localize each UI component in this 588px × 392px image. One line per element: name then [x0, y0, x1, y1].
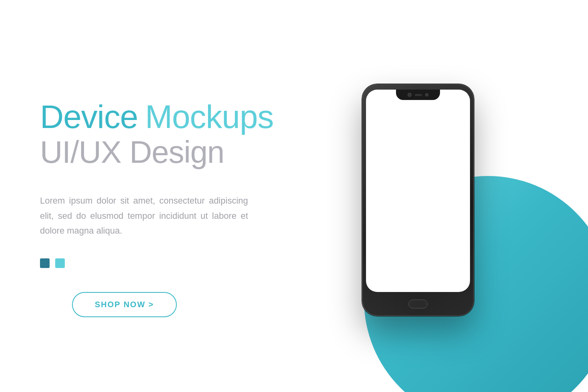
front-camera [408, 93, 412, 97]
headline-line1: DeviceMockups [40, 99, 272, 135]
face-sensor [415, 94, 422, 96]
phone-notch [396, 90, 440, 100]
shop-now-button[interactable]: SHOP NOW > [72, 292, 177, 317]
phone-screen [366, 90, 470, 292]
dots-row [40, 258, 272, 268]
headline-line2: UI/UX Design [40, 135, 272, 170]
earpiece [425, 93, 428, 96]
phone-body [362, 84, 474, 316]
phone-mockup [362, 84, 474, 316]
headline-word-mockups: Mockups [145, 98, 274, 135]
headline-word-device: Device [40, 98, 138, 135]
body-text: Lorem ipsum dolor sit amet, consectetur … [40, 193, 248, 238]
right-content-area [272, 76, 588, 316]
page-container: DeviceMockups UI/UX Design Lorem ipsum d… [0, 0, 588, 392]
phone-bottom-bezel [362, 292, 474, 316]
home-button[interactable] [408, 300, 428, 308]
indicator-dot-light[interactable] [55, 258, 65, 268]
headline: DeviceMockups UI/UX Design [40, 99, 272, 169]
left-content-area: DeviceMockups UI/UX Design Lorem ipsum d… [0, 75, 272, 317]
indicator-dot-dark[interactable] [40, 258, 50, 268]
